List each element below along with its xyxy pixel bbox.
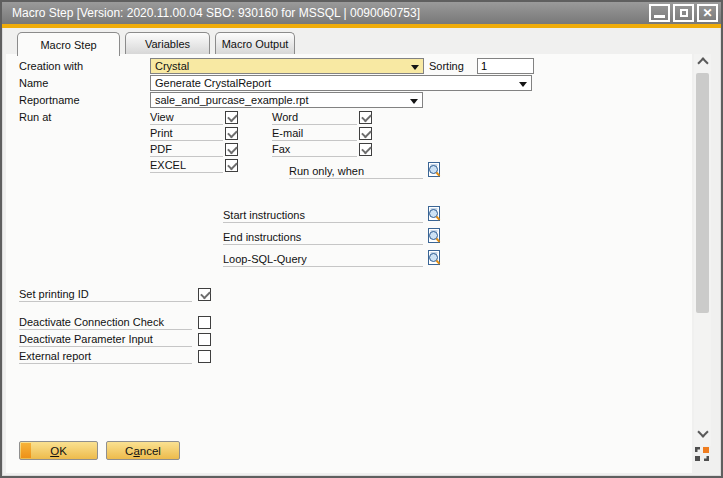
run-at-excel-checkbox[interactable] [225, 159, 238, 172]
run-at-word-checkbox[interactable] [359, 111, 372, 124]
run-at-view-label: View [150, 110, 223, 125]
reportname-label: Reportname [19, 93, 80, 108]
run-at-print-checkbox[interactable] [225, 127, 238, 140]
set-printing-id-checkbox[interactable] [198, 288, 211, 301]
loop-sql-query-label: Loop-SQL-Query [223, 252, 423, 267]
end-instructions-lookup-button[interactable] [426, 228, 442, 244]
run-only-when-label: Run only, when [289, 164, 423, 179]
deactivate-connection-check-checkbox[interactable] [198, 316, 211, 329]
focus-stripe [21, 443, 31, 458]
run-at-label: Run at [19, 110, 51, 125]
tab-bar: Macro Step Variables Macro Output [2, 28, 721, 55]
resize-corner-icon [694, 446, 710, 462]
minimize-icon [654, 15, 665, 18]
maximize-button[interactable] [673, 4, 694, 22]
vertical-scrollbar[interactable] [694, 54, 711, 446]
sorting-label: Sorting [429, 59, 464, 74]
reportname-combo[interactable]: sale_and_purcase_example.rpt [150, 92, 423, 108]
creation-with-combo[interactable]: Crystal [150, 58, 424, 74]
creation-with-value: Crystal [155, 60, 189, 72]
run-at-email-checkbox[interactable] [359, 127, 372, 140]
creation-with-label: Creation with [19, 59, 83, 74]
deactivate-parameter-input-checkbox[interactable] [198, 333, 211, 346]
document-magnifier-icon [426, 162, 442, 178]
run-at-fax-checkbox[interactable] [359, 143, 372, 156]
window-controls: ✕ [649, 4, 718, 22]
tab-macro-step[interactable]: Macro Step [17, 32, 120, 56]
end-instructions-label: End instructions [223, 230, 423, 245]
sorting-input[interactable] [477, 58, 534, 74]
run-at-pdf-checkbox[interactable] [225, 143, 238, 156]
deactivate-parameter-input-label: Deactivate Parameter Input [19, 332, 192, 347]
cancel-button-label: Cancel [125, 445, 161, 457]
tab-label: Macro Step [40, 39, 96, 51]
close-icon: ✕ [702, 7, 712, 19]
external-report-label: External report [19, 349, 192, 364]
ok-button-label: OK [50, 445, 67, 457]
chevron-down-icon [697, 426, 708, 437]
minimize-button[interactable] [649, 4, 670, 22]
deactivate-connection-check-label: Deactivate Connection Check [19, 315, 192, 330]
window-title: Macro Step [Version: 2020.11.00.04 SBO: … [12, 6, 420, 20]
scrollbar-thumb[interactable] [696, 73, 709, 313]
run-only-when-lookup-button[interactable] [426, 162, 442, 178]
name-label: Name [19, 76, 48, 91]
macro-step-window: Macro Step [Version: 2020.11.00.04 SBO: … [0, 0, 723, 478]
run-at-excel-label: EXCEL [150, 158, 223, 173]
run-at-email-label: E-mail [272, 126, 357, 141]
loop-sql-query-lookup-button[interactable] [426, 250, 442, 266]
run-at-print-label: Print [150, 126, 223, 141]
tab-macro-output[interactable]: Macro Output [215, 32, 295, 54]
name-value: Generate CrystalReport [155, 77, 271, 89]
run-at-view-checkbox[interactable] [225, 111, 238, 124]
chevron-down-icon [519, 82, 527, 87]
run-at-pdf-label: PDF [150, 142, 223, 157]
scroll-up-button[interactable] [694, 54, 711, 69]
resize-corner-button[interactable] [694, 446, 710, 462]
reportname-value: sale_and_purcase_example.rpt [155, 94, 309, 106]
scroll-down-button[interactable] [694, 426, 711, 441]
document-magnifier-icon [426, 228, 442, 244]
chevron-up-icon [697, 57, 708, 68]
maximize-icon [680, 9, 688, 17]
tab-label: Macro Output [222, 38, 289, 50]
chevron-down-icon [411, 65, 419, 70]
set-printing-id-label: Set printing ID [19, 287, 192, 302]
run-at-fax-label: Fax [272, 142, 357, 157]
close-button[interactable]: ✕ [697, 4, 718, 22]
external-report-checkbox[interactable] [198, 350, 211, 363]
start-instructions-lookup-button[interactable] [426, 206, 442, 222]
tab-label: Variables [145, 38, 190, 50]
title-bar: Macro Step [Version: 2020.11.00.04 SBO: … [2, 2, 721, 24]
document-magnifier-icon [426, 206, 442, 222]
document-magnifier-icon [426, 250, 442, 266]
start-instructions-label: Start instructions [223, 208, 423, 223]
ok-button[interactable]: OK [19, 441, 98, 460]
cancel-button[interactable]: Cancel [106, 441, 180, 460]
name-combo[interactable]: Generate CrystalReport [150, 75, 532, 91]
chevron-down-icon [410, 99, 418, 104]
tab-variables[interactable]: Variables [125, 32, 210, 54]
run-at-word-label: Word [272, 110, 357, 125]
